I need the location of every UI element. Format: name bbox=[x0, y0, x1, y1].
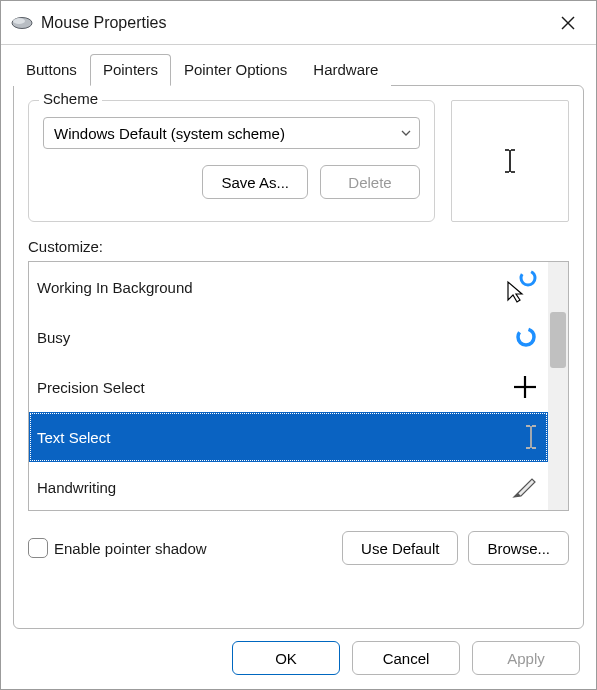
apply-button[interactable]: Apply bbox=[472, 641, 580, 675]
use-default-button[interactable]: Use Default bbox=[342, 531, 458, 565]
list-item-label: Handwriting bbox=[37, 479, 494, 496]
ibeam-cursor-icon bbox=[503, 148, 517, 174]
customize-list[interactable]: Working In Background Busy bbox=[29, 262, 548, 510]
cross-cursor-icon bbox=[502, 374, 538, 400]
tab-hardware[interactable]: Hardware bbox=[300, 54, 391, 86]
browse-button[interactable]: Browse... bbox=[468, 531, 569, 565]
checkbox-box[interactable] bbox=[28, 538, 48, 558]
mouse-properties-dialog: Mouse Properties Buttons Pointers Pointe… bbox=[0, 0, 597, 690]
pointer-shadow-label: Enable pointer shadow bbox=[54, 540, 207, 557]
tab-pointer-options[interactable]: Pointer Options bbox=[171, 54, 300, 86]
mouse-icon bbox=[11, 16, 33, 30]
close-icon bbox=[560, 15, 576, 31]
tab-pointers[interactable]: Pointers bbox=[90, 54, 171, 86]
list-item[interactable]: Precision Select bbox=[29, 362, 548, 412]
list-item[interactable]: Handwriting bbox=[29, 462, 548, 510]
pen-cursor-icon bbox=[502, 473, 538, 501]
svg-point-1 bbox=[13, 18, 25, 24]
tabs: Buttons Pointers Pointer Options Hardwar… bbox=[1, 45, 596, 85]
svg-point-4 bbox=[521, 271, 535, 285]
ibeam-cursor-icon bbox=[502, 423, 538, 451]
ok-button[interactable]: OK bbox=[232, 641, 340, 675]
titlebar: Mouse Properties bbox=[1, 1, 596, 45]
tab-content-pointers: Scheme Windows Default (system scheme) S… bbox=[13, 85, 584, 629]
window-title: Mouse Properties bbox=[41, 14, 166, 32]
scheme-legend: Scheme bbox=[39, 90, 102, 107]
svg-point-5 bbox=[518, 329, 534, 345]
scheme-group: Scheme Windows Default (system scheme) S… bbox=[28, 100, 435, 222]
list-item-label: Precision Select bbox=[37, 379, 494, 396]
cursor-preview bbox=[451, 100, 569, 222]
dialog-button-row: OK Cancel Apply bbox=[1, 635, 596, 689]
delete-button[interactable]: Delete bbox=[320, 165, 420, 199]
list-item-label: Busy bbox=[37, 329, 494, 346]
save-as-button[interactable]: Save As... bbox=[202, 165, 308, 199]
customize-listbox: Working In Background Busy bbox=[28, 261, 569, 511]
close-button[interactable] bbox=[548, 8, 588, 38]
tab-buttons[interactable]: Buttons bbox=[13, 54, 90, 86]
busy-cursor-icon bbox=[502, 325, 538, 349]
scrollbar-thumb[interactable] bbox=[550, 312, 566, 368]
cancel-button[interactable]: Cancel bbox=[352, 641, 460, 675]
list-item-label: Text Select bbox=[37, 429, 494, 446]
list-item[interactable]: Working In Background bbox=[29, 262, 548, 312]
scheme-select[interactable]: Windows Default (system scheme) bbox=[43, 117, 420, 149]
customize-label: Customize: bbox=[28, 238, 569, 255]
list-item[interactable]: Text Select bbox=[29, 412, 548, 462]
pointer-shadow-checkbox[interactable]: Enable pointer shadow bbox=[28, 538, 207, 558]
scrollbar[interactable] bbox=[548, 262, 568, 510]
list-item[interactable]: Busy bbox=[29, 312, 548, 362]
arrow-busy-cursor-icon bbox=[502, 270, 538, 304]
list-item-label: Working In Background bbox=[37, 279, 494, 296]
